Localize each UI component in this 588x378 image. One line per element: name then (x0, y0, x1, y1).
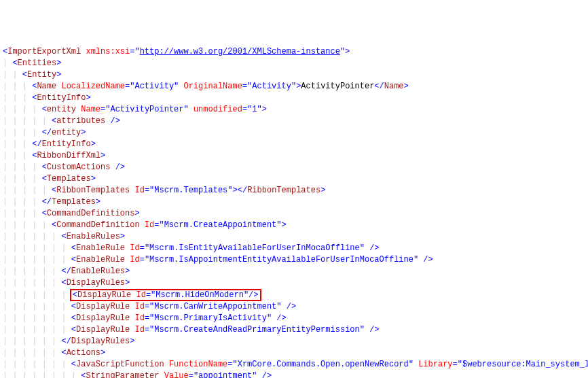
highlighted-display-rule: <DisplayRule Id="Mscrm.HideOnModern"/> (70, 289, 261, 301)
xml-code-block: <ImportExportXml xmlns:xsi="http://www.w… (0, 46, 588, 378)
